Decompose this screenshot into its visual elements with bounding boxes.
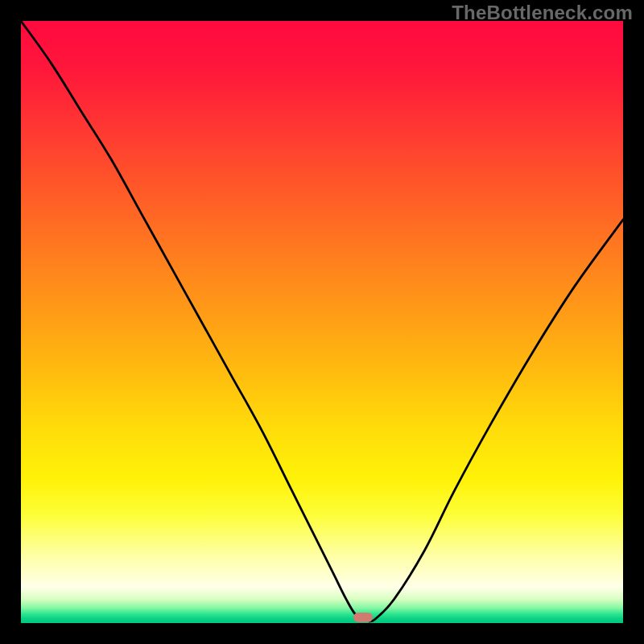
chart-frame: TheBottleneck.com [0,0,644,644]
watermark-text: TheBottleneck.com [452,2,633,24]
plot-area [21,21,623,623]
optimal-point-marker [353,613,373,622]
bottleneck-curve [21,21,623,623]
